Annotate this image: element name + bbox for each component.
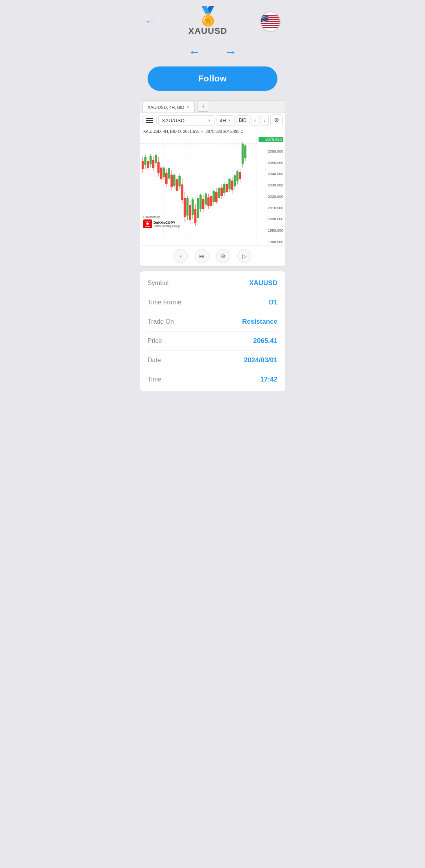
info-row-price: Price 2065.41 bbox=[148, 332, 277, 351]
svg-rect-6 bbox=[261, 26, 280, 27]
svg-rect-44 bbox=[163, 168, 165, 177]
chart-zoom-button[interactable]: ⊕ bbox=[216, 249, 230, 263]
svg-rect-86 bbox=[218, 188, 220, 198]
svg-rect-54 bbox=[176, 179, 178, 191]
svg-rect-34 bbox=[150, 156, 152, 164]
chart-rewind-button[interactable]: ⏭ bbox=[195, 249, 209, 263]
candlestick-plot: Powered by DuKAsCOPY Swiss Banking Group bbox=[140, 135, 257, 245]
symbol-title: XAUUSD bbox=[188, 26, 227, 36]
svg-rect-66 bbox=[192, 199, 194, 215]
price-label: Price bbox=[148, 337, 162, 345]
svg-rect-94 bbox=[228, 179, 231, 189]
chart-tab-add[interactable]: + bbox=[197, 101, 209, 112]
info-row-time: Time 17:42 bbox=[148, 370, 277, 389]
info-row-date: Date 2024/03/01 bbox=[148, 351, 277, 370]
timeframe-selector[interactable]: 4H ▼ bbox=[216, 115, 235, 126]
y-label-6: 2010.000 bbox=[259, 206, 283, 210]
svg-rect-62 bbox=[186, 198, 188, 216]
symbol-value: XAUUSD bbox=[249, 279, 277, 287]
svg-rect-90 bbox=[223, 184, 225, 193]
bid-selector[interactable]: BID bbox=[236, 115, 249, 125]
header-center: 🏅 XAUUSD bbox=[188, 7, 227, 36]
svg-rect-48 bbox=[168, 168, 170, 179]
svg-rect-106 bbox=[244, 146, 246, 158]
chart-back-button[interactable]: ‹ bbox=[174, 249, 188, 263]
svg-rect-42 bbox=[160, 168, 163, 179]
svg-rect-32 bbox=[147, 161, 149, 168]
follow-button[interactable]: Follow bbox=[148, 66, 277, 91]
symbol-selector[interactable]: XAU/USD ▼ bbox=[158, 115, 214, 126]
back-button[interactable]: ← bbox=[144, 16, 155, 27]
y-label-1: 2060.000 bbox=[259, 149, 283, 153]
chart-tab-close[interactable]: × bbox=[187, 105, 190, 110]
dukascopy-icon bbox=[143, 219, 152, 228]
chart-tab-label: XAU/USD, 4H, BID bbox=[148, 105, 185, 110]
svg-rect-102 bbox=[239, 172, 241, 179]
timeframe-label: Time Frame bbox=[148, 299, 181, 306]
svg-rect-5 bbox=[261, 24, 280, 25]
chart-toolbar: XAU/USD ▼ 4H ▼ BID ‹ › ⚙ bbox=[140, 113, 285, 128]
svg-rect-84 bbox=[215, 192, 218, 202]
svg-rect-98 bbox=[234, 175, 236, 186]
nav-arrows: ← → bbox=[136, 41, 289, 66]
svg-rect-46 bbox=[165, 173, 168, 184]
symbol-label: Symbol bbox=[148, 280, 168, 287]
timeframe-label: 4H bbox=[220, 118, 226, 123]
info-row-timeframe: Time Frame D1 bbox=[148, 293, 277, 312]
svg-rect-104 bbox=[242, 144, 244, 164]
symbol-dropdown-arrow: ▼ bbox=[208, 119, 211, 122]
chart-info-text: XAU/USD, 4H, BID O. 2051.515 H. 2070.528… bbox=[143, 129, 244, 134]
chart-tab[interactable]: XAU/USD, 4H, BID × bbox=[142, 102, 195, 112]
bid-label: BID bbox=[239, 118, 247, 123]
chart-next-button[interactable]: › bbox=[261, 115, 269, 126]
svg-rect-36 bbox=[152, 160, 155, 168]
chart-y-axis: 2070.428 2060.000 2050.000 2040.000 2030… bbox=[257, 135, 285, 245]
y-label-4: 2030.000 bbox=[259, 183, 283, 187]
svg-rect-28 bbox=[142, 161, 144, 169]
svg-rect-82 bbox=[213, 191, 215, 202]
dukascopy-text: DuKAsCOPY Swiss Banking Group bbox=[153, 221, 180, 227]
svg-rect-92 bbox=[226, 184, 228, 192]
info-table: Symbol XAUUSD Time Frame D1 Trade On Res… bbox=[140, 271, 285, 391]
svg-rect-74 bbox=[202, 199, 205, 209]
date-value: 2024/03/01 bbox=[244, 356, 277, 364]
svg-rect-52 bbox=[173, 175, 176, 186]
chart-settings-button[interactable]: ⚙ bbox=[270, 114, 283, 126]
date-label: Date bbox=[148, 357, 161, 364]
svg-rect-40 bbox=[157, 162, 160, 173]
powered-by-label: Powered by DuKAsCOPY Swiss Banking Group bbox=[143, 215, 180, 228]
y-label-2: 2050.000 bbox=[259, 160, 283, 165]
svg-rect-58 bbox=[181, 184, 183, 200]
tradeon-label: Trade On bbox=[148, 318, 174, 325]
prev-arrow[interactable]: ← bbox=[188, 45, 201, 59]
svg-rect-38 bbox=[155, 155, 157, 163]
y-label-5: 2020.000 bbox=[259, 194, 283, 199]
time-label: Time bbox=[148, 376, 161, 383]
hamburger-button[interactable] bbox=[142, 116, 157, 125]
time-value: 17:42 bbox=[261, 376, 277, 383]
price-highlight: 2070.428 bbox=[259, 137, 283, 142]
gold-icon: 🏅 bbox=[197, 7, 219, 25]
svg-rect-96 bbox=[231, 181, 233, 190]
svg-rect-78 bbox=[207, 197, 210, 206]
svg-rect-68 bbox=[194, 209, 196, 223]
svg-rect-76 bbox=[205, 194, 207, 205]
svg-rect-88 bbox=[220, 188, 223, 196]
chart-info-bar: XAU/USD, 4H, BID O. 2051.515 H. 2070.528… bbox=[140, 128, 285, 135]
y-label-9: 1980.000 bbox=[259, 240, 283, 244]
chart-prev-button[interactable]: ‹ bbox=[251, 115, 259, 126]
tf-dropdown-arrow: ▼ bbox=[228, 119, 231, 122]
next-arrow[interactable]: → bbox=[224, 45, 237, 59]
svg-rect-72 bbox=[200, 195, 202, 209]
y-label-8: 1990.000 bbox=[259, 228, 283, 232]
y-label-7: 2000.000 bbox=[259, 217, 283, 221]
flag-icon: ★★★★★★ ★★★★★ ★★★★★★ ★★★★★ ★★★★★★ bbox=[260, 11, 281, 32]
info-row-tradeon: Trade On Resistance bbox=[148, 312, 277, 332]
chart-area[interactable]: 2070.428 2060.000 2050.000 2040.000 2030… bbox=[140, 135, 285, 245]
svg-text:★★★★★★: ★★★★★★ bbox=[262, 21, 269, 22]
chart-container: XAU/USD, 4H, BID × + XAU/USD ▼ 4H ▼ BID … bbox=[140, 100, 285, 267]
svg-rect-64 bbox=[189, 205, 191, 220]
svg-rect-80 bbox=[210, 196, 213, 206]
chart-play-button[interactable]: ▷ bbox=[237, 249, 251, 263]
svg-rect-56 bbox=[178, 176, 181, 186]
